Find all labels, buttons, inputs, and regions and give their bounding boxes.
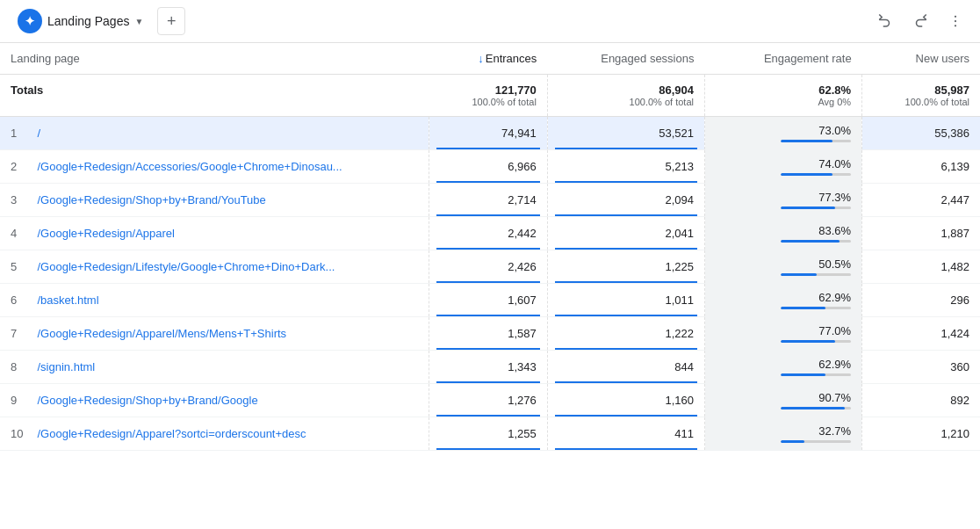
row-engaged-sessions: 1,011: [547, 284, 704, 317]
row-number: 9: [0, 384, 26, 417]
report-title-label: Landing Pages: [47, 14, 129, 28]
row-number: 7: [0, 317, 26, 351]
col-header-new-users[interactable]: New users: [862, 43, 980, 75]
row-entrances: 2,714: [429, 184, 547, 217]
row-new-users: 296: [862, 284, 980, 317]
top-bar-left: ✦ Landing Pages ▼ +: [11, 5, 185, 37]
row-number: 6: [0, 284, 26, 317]
svg-point-2: [955, 25, 956, 26]
table-row: 6/basket.html1,6071,01162.9%296: [0, 284, 980, 317]
landing-pages-table: Landing page ↓Entrances Engaged sessions…: [0, 43, 980, 451]
row-number: 1: [0, 117, 26, 150]
table-row: 1/74,94153,52173.0%55,386: [0, 117, 980, 150]
undo-button[interactable]: [871, 7, 899, 35]
row-number: 4: [0, 217, 26, 250]
report-icon: ✦: [18, 9, 42, 33]
table-row: 4/Google+Redesign/Apparel2,4422,04183.6%…: [0, 217, 980, 250]
chevron-down-icon: ▼: [134, 17, 143, 26]
table-row: 2/Google+Redesign/Accessories/Google+Chr…: [0, 150, 980, 184]
data-table-container: Landing page ↓Entrances Engaged sessions…: [0, 43, 980, 451]
row-page-path[interactable]: /Google+Redesign/Shop+by+Brand/YouTube: [26, 184, 429, 217]
row-page-path[interactable]: /signin.html: [26, 351, 429, 384]
row-engaged-sessions: 2,094: [547, 184, 704, 217]
row-entrances: 6,966: [429, 150, 547, 184]
row-engaged-sessions: 1,160: [547, 384, 704, 417]
totals-entrances: 121,770 100.0% of total: [429, 75, 547, 117]
totals-new-users: 85,987 100.0% of total: [862, 75, 980, 117]
row-number: 10: [0, 417, 26, 451]
row-entrances: 2,426: [429, 250, 547, 284]
row-page-path[interactable]: /Google+Redesign/Apparel: [26, 217, 429, 250]
row-new-users: 1,424: [862, 317, 980, 351]
add-comparison-button[interactable]: +: [157, 7, 185, 35]
col-header-entrances[interactable]: ↓Entrances: [429, 43, 547, 75]
row-engagement-rate: 77.0%: [704, 317, 861, 351]
row-entrances: 1,587: [429, 317, 547, 351]
totals-engagement-rate: 62.8% Avg 0%: [704, 75, 861, 117]
row-engagement-rate: 90.7%: [704, 384, 861, 417]
col-header-engagement-rate[interactable]: Engagement rate: [704, 43, 861, 75]
table-row: 10/Google+Redesign/Apparel?sortci=orders…: [0, 417, 980, 451]
row-new-users: 1,482: [862, 250, 980, 284]
row-new-users: 6,139: [862, 150, 980, 184]
row-engagement-rate: 32.7%: [704, 417, 861, 451]
row-page-path[interactable]: /: [26, 117, 429, 150]
top-bar: ✦ Landing Pages ▼ +: [0, 0, 980, 43]
svg-point-0: [955, 16, 956, 18]
top-bar-right: [871, 7, 969, 35]
col-header-engaged-sessions[interactable]: Engaged sessions: [547, 43, 704, 75]
row-page-path[interactable]: /Google+Redesign/Apparel/Mens/Mens+T+Shi…: [26, 317, 429, 351]
row-new-users: 360: [862, 351, 980, 384]
totals-engaged-sessions: 86,904 100.0% of total: [547, 75, 704, 117]
row-entrances: 2,442: [429, 217, 547, 250]
row-number: 8: [0, 351, 26, 384]
row-engagement-rate: 62.9%: [704, 284, 861, 317]
row-engagement-rate: 73.0%: [704, 117, 861, 150]
row-engaged-sessions: 53,521: [547, 117, 704, 150]
row-new-users: 2,447: [862, 184, 980, 217]
row-engaged-sessions: 1,225: [547, 250, 704, 284]
row-engaged-sessions: 5,213: [547, 150, 704, 184]
totals-label: Totals: [0, 75, 429, 117]
row-engagement-rate: 77.3%: [704, 184, 861, 217]
more-options-button[interactable]: [941, 7, 969, 35]
table-row: 8/signin.html1,34384462.9%360: [0, 351, 980, 384]
row-new-users: 1,887: [862, 217, 980, 250]
row-engagement-rate: 83.6%: [704, 217, 861, 250]
row-entrances: 1,255: [429, 417, 547, 451]
row-page-path[interactable]: /Google+Redesign/Accessories/Google+Chro…: [26, 150, 429, 184]
table-header-row: Landing page ↓Entrances Engaged sessions…: [0, 43, 980, 75]
col-header-landing-page[interactable]: Landing page: [0, 43, 429, 75]
row-new-users: 55,386: [862, 117, 980, 150]
row-entrances: 1,276: [429, 384, 547, 417]
redo-button[interactable]: [906, 7, 934, 35]
row-engagement-rate: 74.0%: [704, 150, 861, 184]
row-engagement-rate: 62.9%: [704, 351, 861, 384]
row-page-path[interactable]: /Google+Redesign/Lifestyle/Google+Chrome…: [26, 250, 429, 284]
sort-arrow-icon: ↓: [478, 52, 484, 65]
row-engaged-sessions: 844: [547, 351, 704, 384]
totals-row: Totals 121,770 100.0% of total 86,904 10…: [0, 75, 980, 117]
row-page-path[interactable]: /basket.html: [26, 284, 429, 317]
row-number: 5: [0, 250, 26, 284]
table-row: 5/Google+Redesign/Lifestyle/Google+Chrom…: [0, 250, 980, 284]
row-number: 2: [0, 150, 26, 184]
row-new-users: 892: [862, 384, 980, 417]
row-entrances: 1,343: [429, 351, 547, 384]
table-row: 9/Google+Redesign/Shop+by+Brand/Google1,…: [0, 384, 980, 417]
row-new-users: 1,210: [862, 417, 980, 451]
row-entrances: 74,941: [429, 117, 547, 150]
table-row: 3/Google+Redesign/Shop+by+Brand/YouTube2…: [0, 184, 980, 217]
table-row: 7/Google+Redesign/Apparel/Mens/Mens+T+Sh…: [0, 317, 980, 351]
row-page-path[interactable]: /Google+Redesign/Shop+by+Brand/Google: [26, 384, 429, 417]
row-entrances: 1,607: [429, 284, 547, 317]
row-engaged-sessions: 1,222: [547, 317, 704, 351]
row-engaged-sessions: 411: [547, 417, 704, 451]
row-engagement-rate: 50.5%: [704, 250, 861, 284]
row-page-path[interactable]: /Google+Redesign/Apparel?sortci=ordersco…: [26, 417, 429, 451]
row-engaged-sessions: 2,041: [547, 217, 704, 250]
svg-point-1: [955, 20, 956, 22]
row-number: 3: [0, 184, 26, 217]
report-title-button[interactable]: ✦ Landing Pages ▼: [11, 5, 150, 37]
